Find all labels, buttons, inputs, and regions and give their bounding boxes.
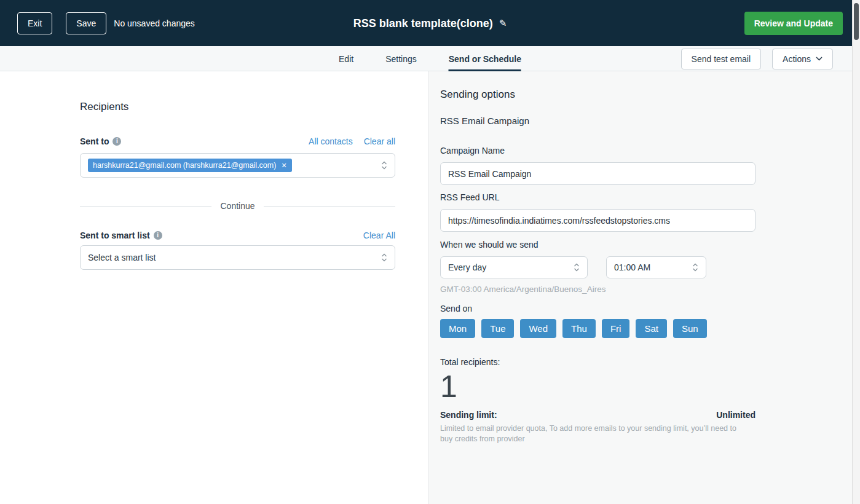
day-button-sat[interactable]: Sat (636, 319, 667, 338)
clear-all-link[interactable]: Clear all (364, 136, 395, 146)
day-button-thu[interactable]: Thu (562, 319, 596, 338)
day-button-mon[interactable]: Mon (440, 319, 475, 338)
sending-limit-value: Unlimited (716, 410, 755, 420)
sent-to-select[interactable]: harshkurra21@gmail.com (harshkurra21@gma… (80, 153, 395, 178)
actions-button-label: Actions (783, 54, 811, 64)
total-recipients-value: 1 (440, 371, 755, 402)
scrollbar-thumb[interactable] (854, 3, 859, 40)
campaign-name-input[interactable] (440, 162, 755, 185)
day-button-tue[interactable]: Tue (481, 319, 514, 338)
rss-feed-url-label: RSS Feed URL (440, 192, 755, 202)
day-button-fri[interactable]: Fri (602, 319, 630, 338)
continue-label: Continue (220, 201, 254, 211)
send-time-select[interactable]: 01:00 AM (606, 256, 706, 278)
tab-send-or-schedule[interactable]: Send or Schedule (449, 46, 521, 71)
total-recipients-label: Total recipients: (440, 357, 755, 367)
remove-recipient-icon[interactable]: ✕ (281, 162, 286, 170)
recipients-panel: Recipients Sent to i All contacts Clear … (0, 71, 428, 504)
app-window: Exit Save No unsaved changes RSS blank t… (0, 0, 860, 504)
smart-list-placeholder: Select a smart list (88, 253, 156, 262)
sending-limit-note: Limited to email provider quota, To add … (440, 423, 751, 444)
chevron-down-icon (816, 57, 823, 61)
exit-button[interactable]: Exit (17, 12, 52, 34)
sending-options-panel: Sending options RSS Email Campaign Campa… (428, 71, 860, 504)
timezone-text: GMT-03:00 America/Argentina/Buenos_Aires (440, 285, 755, 294)
smart-list-label: Sent to smart list i (80, 230, 162, 240)
sent-to-label: Sent to i (80, 136, 121, 146)
save-status-text: No unsaved changes (114, 18, 195, 28)
all-contacts-link[interactable]: All contacts (309, 136, 353, 146)
smart-list-clear-all-link[interactable]: Clear All (363, 230, 395, 240)
select-chevrons-icon (692, 262, 698, 273)
main-content: Recipients Sent to i All contacts Clear … (0, 71, 860, 504)
send-on-days-group: Mon Tue Wed Thu Fri Sat Sun (440, 319, 755, 338)
tab-bar: Edit Settings Send or Schedule Send test… (0, 46, 860, 71)
tab-edit[interactable]: Edit (339, 46, 353, 71)
page-title: RSS blank template(clone) (353, 17, 493, 30)
continue-divider: Continue (80, 201, 395, 211)
campaign-name-label: Campaign Name (440, 146, 755, 156)
frequency-value: Every day (448, 262, 486, 272)
vertical-scrollbar[interactable] (852, 0, 860, 504)
frequency-select[interactable]: Every day (440, 256, 588, 278)
actions-button[interactable]: Actions (772, 49, 833, 69)
campaign-title-wrap: RSS blank template(clone) ✎ (353, 17, 507, 30)
top-header: Exit Save No unsaved changes RSS blank t… (0, 0, 860, 46)
recipient-chip: harshkurra21@gmail.com (harshkurra21@gma… (88, 159, 292, 172)
info-icon[interactable]: i (154, 231, 162, 240)
send-time-value: 01:00 AM (614, 262, 650, 272)
rss-feed-url-input[interactable] (440, 209, 755, 232)
tab-actions-group: Send test email Actions (681, 46, 833, 71)
recipients-heading: Recipients (80, 101, 395, 113)
day-button-sun[interactable]: Sun (673, 319, 707, 338)
tab-settings[interactable]: Settings (385, 46, 417, 71)
send-on-label: Send on (440, 304, 755, 313)
send-test-email-button[interactable]: Send test email (681, 49, 762, 69)
campaign-type-subheading: RSS Email Campaign (440, 116, 755, 126)
review-and-update-button[interactable]: Review and Update (744, 12, 843, 35)
recipient-chip-label: harshkurra21@gmail.com (harshkurra21@gma… (93, 161, 276, 170)
smart-list-select[interactable]: Select a smart list (80, 245, 395, 270)
edit-title-icon[interactable]: ✎ (499, 18, 507, 29)
day-button-wed[interactable]: Wed (520, 319, 556, 338)
sending-options-heading: Sending options (440, 89, 755, 101)
sending-limit-label: Sending limit: (440, 410, 497, 420)
select-chevrons-icon (381, 160, 387, 171)
save-button[interactable]: Save (66, 12, 106, 34)
select-chevrons-icon (381, 252, 387, 263)
tab-group: Edit Settings Send or Schedule (339, 46, 521, 71)
info-icon[interactable]: i (112, 137, 121, 146)
when-to-send-label: When we should we send (440, 240, 755, 250)
select-chevrons-icon (574, 262, 580, 273)
